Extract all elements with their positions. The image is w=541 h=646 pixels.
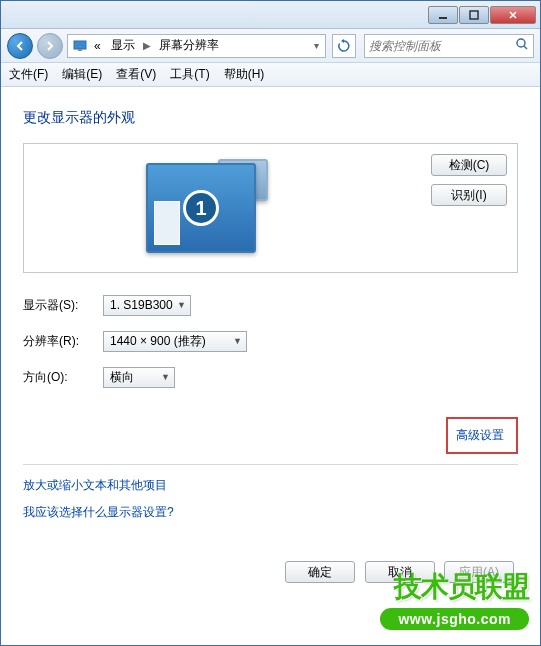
resolution-dropdown[interactable]: 1440 × 900 (推荐) ▼ [103, 331, 247, 352]
chevron-down-icon: ▼ [233, 336, 242, 346]
breadcrumb[interactable]: « 显示 ▶ 屏幕分辨率 ▾ [67, 34, 326, 58]
navigation-bar: « 显示 ▶ 屏幕分辨率 ▾ [1, 29, 540, 63]
nav-back-button[interactable] [7, 33, 33, 59]
menu-tools[interactable]: 工具(T) [170, 66, 209, 83]
monitor-preview-area: 1 检测(C) 识别(I) [23, 143, 518, 273]
svg-rect-2 [74, 41, 86, 49]
maximize-button[interactable] [459, 6, 489, 24]
titlebar [1, 1, 540, 29]
monitor-icon [72, 38, 88, 54]
menu-view[interactable]: 查看(V) [116, 66, 156, 83]
svg-rect-3 [78, 49, 82, 51]
search-box[interactable] [364, 34, 534, 58]
display-value: 1. S19B300 [110, 298, 173, 312]
detect-button[interactable]: 检测(C) [431, 154, 507, 176]
identify-button[interactable]: 识别(I) [431, 184, 507, 206]
search-icon[interactable] [515, 37, 529, 54]
menu-help[interactable]: 帮助(H) [224, 66, 265, 83]
divider [23, 464, 518, 465]
refresh-button[interactable] [332, 34, 356, 58]
breadcrumb-item-resolution[interactable]: 屏幕分辨率 [155, 37, 223, 54]
minimize-button[interactable] [428, 6, 458, 24]
menu-file[interactable]: 文件(F) [9, 66, 48, 83]
cancel-button[interactable]: 取消 [365, 561, 435, 583]
orientation-label: 方向(O): [23, 369, 103, 386]
display-dropdown[interactable]: 1. S19B300 ▼ [103, 295, 191, 316]
refresh-icon [337, 39, 351, 53]
action-bar: 确定 取消 应用(A) [23, 561, 518, 583]
arrow-right-icon [44, 40, 56, 52]
which-display-link[interactable]: 我应该选择什么显示器设置? [23, 504, 518, 521]
svg-rect-1 [470, 11, 478, 19]
resolution-value: 1440 × 900 (推荐) [110, 333, 206, 350]
monitor-number-badge: 1 [183, 190, 219, 226]
svg-point-4 [517, 39, 525, 47]
advanced-settings-link[interactable]: 高级设置 [456, 428, 504, 442]
menu-edit[interactable]: 编辑(E) [62, 66, 102, 83]
orientation-value: 横向 [110, 369, 134, 386]
arrow-left-icon [14, 40, 26, 52]
chevron-down-icon: ▼ [177, 300, 186, 310]
menubar: 文件(F) 编辑(E) 查看(V) 工具(T) 帮助(H) [1, 63, 540, 87]
breadcrumb-prefix[interactable]: « [90, 39, 105, 53]
orientation-dropdown[interactable]: 横向 ▼ [103, 367, 175, 388]
chevron-right-icon: ▶ [141, 40, 153, 51]
enlarge-text-link[interactable]: 放大或缩小文本和其他项目 [23, 477, 518, 494]
apply-button[interactable]: 应用(A) [444, 561, 514, 583]
close-button[interactable] [490, 6, 536, 24]
svg-rect-0 [439, 17, 447, 19]
search-input[interactable] [369, 39, 529, 53]
chevron-down-icon: ▼ [161, 372, 170, 382]
display-label: 显示器(S): [23, 297, 103, 314]
page-title: 更改显示器的外观 [23, 109, 518, 127]
ok-button[interactable]: 确定 [285, 561, 355, 583]
chevron-down-icon[interactable]: ▾ [312, 40, 321, 51]
highlight-box: 高级设置 [446, 417, 518, 454]
breadcrumb-item-display[interactable]: 显示 [107, 37, 139, 54]
resolution-label: 分辨率(R): [23, 333, 103, 350]
monitor-graphic-primary[interactable]: 1 [146, 163, 256, 253]
nav-forward-button[interactable] [37, 33, 63, 59]
